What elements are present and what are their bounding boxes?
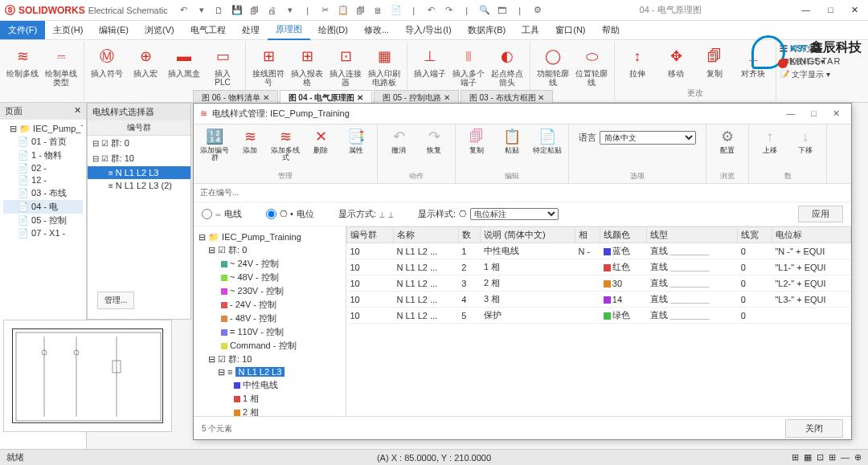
menu-file[interactable]: 文件(F) (0, 21, 45, 39)
toolbar-icon[interactable]: 🗎 (372, 4, 385, 17)
menu-item[interactable]: 修改... (356, 21, 397, 39)
style-select[interactable]: 电位标注 (470, 208, 559, 220)
toolbar-icon[interactable]: 🗐 (354, 4, 367, 17)
ribbon-small-button[interactable]: 📝 文字显示 ▾ (780, 69, 830, 80)
toolbar-icon[interactable]: ↶ (178, 4, 190, 17)
sb-icon[interactable]: ⊕ (854, 452, 862, 463)
sb-icon[interactable]: ⊞ (829, 452, 836, 463)
sb-icon[interactable]: ▦ (804, 452, 812, 463)
dlg-ribbon-button[interactable]: 📋粘贴 (496, 126, 528, 154)
dlg-ribbon-button[interactable]: ⚙配置 (711, 126, 743, 154)
apply-button[interactable]: 应用 (798, 206, 843, 222)
wire-nl1l2l3[interactable]: ≡ N L1 L2 L3 (88, 166, 190, 179)
wire-nl1l2l3-2[interactable]: ≡ N L1 L2 L3 (2) (88, 179, 190, 192)
tree-node[interactable]: 📄 07 - X1 - (3, 227, 83, 239)
toolbar-icon[interactable]: ✂ (319, 4, 332, 17)
table-row[interactable]: 10N L1 L2 ...1中性电线N -蓝色直线 ________0"N -"… (347, 243, 851, 259)
ribbon-button[interactable]: 🗐复制 (697, 43, 732, 80)
toolbar-icon[interactable]: 🔍 (478, 4, 491, 17)
ribbon-button[interactable]: ▦插入印刷电路板 (366, 43, 402, 88)
toolbar-icon[interactable]: 🗔 (496, 4, 509, 17)
ribbon-button[interactable]: ⊥插入端子 (412, 43, 448, 88)
dlg-ribbon-button[interactable]: ≋添加多线式 (269, 126, 301, 161)
tree-wire-item[interactable]: - 48V - 控制 (199, 312, 341, 325)
toolbar-icon[interactable]: 📋 (337, 4, 350, 17)
maximize-button[interactable]: □ (823, 3, 838, 17)
ribbon-button[interactable]: ⬭位置轮廓线 (574, 43, 609, 88)
ribbon-button[interactable]: ⫴插入多个端子 (451, 43, 486, 88)
close-dialog-button[interactable]: 关闭 (785, 419, 843, 438)
table-row[interactable]: 10N L1 L2 ...21 相红色直线 ________0"L1-" + E… (347, 259, 851, 275)
dlg-min-button[interactable]: — (781, 107, 800, 120)
dlg-close-button[interactable]: ✕ (828, 107, 845, 120)
manage-button[interactable]: 管理... (97, 292, 134, 309)
dlg-ribbon-button[interactable]: 📑属性 (340, 126, 372, 161)
table-row[interactable]: 10N L1 L2 ...5保护绿色直线 ________0 (347, 308, 851, 324)
disp-icon2[interactable]: ⟂ (388, 210, 394, 219)
toolbar-icon[interactable]: | (301, 4, 314, 17)
dlg-ribbon-button[interactable]: ≋添加 (234, 126, 266, 161)
menu-item[interactable]: 导入/导出(I) (397, 21, 459, 39)
dlg-ribbon-button[interactable]: ↷恢复 (418, 126, 450, 154)
tree-node[interactable]: 📄 03 - 布线 (3, 186, 83, 200)
tree-wire-item[interactable]: - 24V - 控制 (199, 298, 341, 312)
toolbar-icon[interactable]: ↷ (443, 4, 456, 17)
ribbon-button[interactable]: ⎓绘制单线类型 (43, 43, 79, 88)
menu-item[interactable]: 帮助 (594, 21, 628, 39)
menu-item[interactable]: 编辑(E) (91, 21, 137, 39)
dlg-ribbon-button[interactable]: ↓下移 (789, 126, 821, 154)
minimize-button[interactable]: — (796, 3, 815, 17)
dlg-ribbon-button[interactable]: 🗐复制 (461, 126, 493, 154)
menu-item[interactable]: 原理图 (268, 20, 310, 40)
menu-item[interactable]: 主页(H) (45, 21, 91, 39)
tree-wire-item[interactable]: ~ 24V - 控制 (199, 257, 341, 271)
toolbar-icon[interactable]: 📄 (390, 4, 403, 17)
tree-wire-item[interactable]: 1 相 (199, 392, 341, 406)
tree-wire-item[interactable]: Command - 控制 (199, 339, 341, 353)
tree-wire-item[interactable]: ~ 230V - 控制 (199, 284, 341, 298)
dlg-ribbon-button[interactable]: ↑上移 (754, 126, 786, 154)
table-row[interactable]: 10N L1 L2 ...32 相30直线 ________0"L2-" + E… (347, 275, 851, 292)
close-button[interactable]: ✕ (846, 3, 863, 17)
toolbar-icon[interactable]: ↶ (425, 4, 438, 17)
radio-potential[interactable] (266, 209, 276, 219)
menu-item[interactable]: 工具 (514, 21, 547, 39)
tree-wire-item[interactable]: 2 相 (199, 406, 341, 416)
ribbon-button[interactable]: ◐起点终点箭头 (489, 43, 525, 88)
dlg-max-button[interactable]: □ (806, 107, 821, 120)
toolbar-icon[interactable]: | (461, 4, 473, 17)
dlg-ribbon-button[interactable]: ↶撤消 (383, 126, 415, 154)
ribbon-button[interactable]: ↕拉伸 (620, 43, 655, 80)
tree-node[interactable]: 📄 05 - 控制 (3, 214, 83, 227)
tree-wire-group[interactable]: ⊟ ≡ N L1 L2 L3 (199, 366, 341, 378)
tree-node[interactable]: 📄 12 - (3, 174, 83, 186)
ribbon-button[interactable]: ⊞插入报表格 (289, 43, 325, 88)
toolbar-icon[interactable]: ⚙ (531, 4, 544, 17)
ribbon-button[interactable]: ⊡插入连接器 (328, 43, 363, 88)
sb-icon[interactable]: — (841, 452, 850, 463)
menu-item[interactable]: 浏览(V) (137, 21, 182, 39)
ribbon-button[interactable]: ≋绘制多线 (5, 43, 40, 88)
dlg-ribbon-button[interactable]: 🔢添加编号群 (199, 126, 231, 161)
tree-wire-item[interactable]: = 110V - 控制 (199, 325, 341, 339)
sb-icon[interactable]: ⊞ (792, 452, 799, 463)
toolbar-icon[interactable]: ▾ (195, 4, 208, 17)
tree-wire-item[interactable]: ~ 48V - 控制 (199, 271, 341, 284)
dlg-ribbon-button[interactable]: 📄特定粘贴 (531, 126, 563, 154)
toolbar-icon[interactable]: 🖨 (266, 4, 279, 17)
tree-node[interactable]: 📄 04 - 电 (3, 200, 83, 214)
ribbon-button[interactable]: Ⓜ插入符号 (89, 43, 125, 88)
tree-wire-item[interactable]: 中性电线 (199, 378, 341, 392)
toolbar-icon[interactable]: | (407, 4, 420, 17)
panel-close-icon[interactable]: ✕ (74, 105, 81, 117)
ribbon-button[interactable]: ▭插入 PLC (205, 43, 240, 88)
ribbon-button[interactable]: ▬插入黑盒 (166, 43, 202, 88)
tree-node[interactable]: 📄 02 - (3, 162, 83, 174)
dlg-ribbon-button[interactable]: ✕删除 (305, 126, 337, 161)
language-select[interactable]: 简体中文 (600, 131, 696, 145)
toolbar-icon[interactable]: ▾ (284, 4, 297, 17)
group-0[interactable]: ⊟ ☑ 群: 0 (88, 136, 190, 151)
tree-node[interactable]: 📄 1 - 物料 (3, 149, 83, 162)
ribbon-button[interactable]: ◯功能轮廓线 (535, 43, 571, 88)
menu-item[interactable]: 数据库(B) (460, 21, 514, 39)
